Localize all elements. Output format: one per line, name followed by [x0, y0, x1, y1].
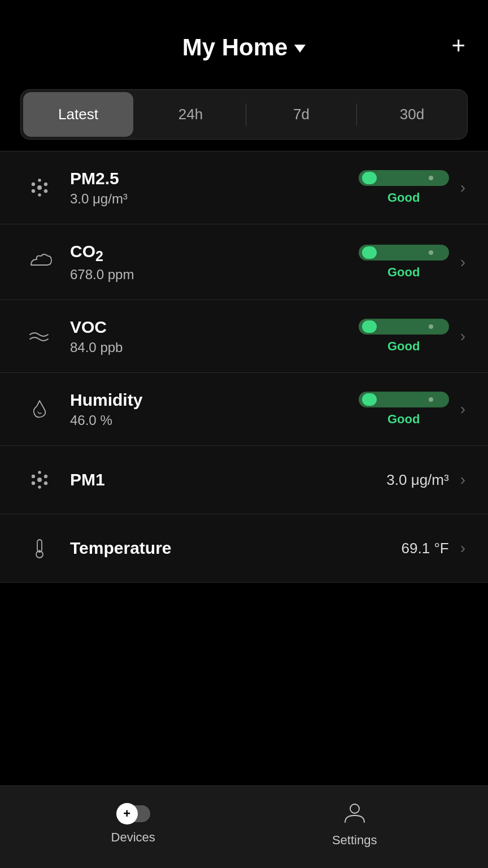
svg-point-10: [32, 482, 35, 485]
voc-chevron-icon: ›: [460, 327, 465, 345]
co2-value: 678.0 ppm: [70, 267, 359, 283]
temperature-value: 69.1 °F: [402, 540, 449, 557]
metric-row-humidity[interactable]: Humidity 46.0 % Good ›: [0, 372, 488, 445]
chevron-down-icon: [294, 45, 306, 53]
voc-info: VOC 84.0 ppb: [70, 317, 359, 355]
humidity-value: 46.0 %: [70, 413, 359, 428]
pm1-chevron-icon: ›: [460, 471, 465, 489]
humidity-quality-bar: [359, 392, 449, 407]
pm25-info: PM2.5 3.0 μg/m³: [70, 168, 359, 207]
devices-icon: +: [116, 803, 150, 824]
voc-value: 84.0 ppb: [70, 340, 359, 355]
devices-label: Devices: [111, 830, 155, 845]
co2-icon: [23, 245, 56, 279]
person-icon: [342, 800, 368, 827]
svg-point-3: [32, 190, 35, 193]
metrics-list: PM2.5 3.0 μg/m³ Good › CO2 678.0 ppm: [0, 151, 488, 583]
temperature-name: Temperature: [70, 538, 402, 558]
co2-status-text: Good: [387, 265, 420, 280]
svg-point-7: [38, 478, 41, 481]
settings-label: Settings: [332, 833, 377, 848]
svg-point-12: [38, 471, 41, 474]
pm1-value: 3.0 μg/m³: [386, 471, 448, 489]
pm25-status-text: Good: [387, 190, 420, 205]
humidity-info: Humidity 46.0 %: [70, 390, 359, 428]
pm25-icon: [23, 171, 56, 205]
voc-icon: [23, 319, 56, 353]
pm25-status: Good: [359, 170, 449, 205]
tab-24h[interactable]: 24h: [136, 92, 246, 137]
voc-quality-bar: [359, 319, 449, 335]
temperature-chevron-icon: ›: [460, 539, 465, 557]
humidity-name: Humidity: [70, 390, 359, 410]
humidity-icon: [23, 392, 56, 426]
humidity-chevron-icon: ›: [460, 400, 465, 418]
svg-point-11: [45, 482, 47, 485]
pm1-name: PM1: [70, 470, 386, 490]
time-range-tabs: Latest 24h 7d 30d: [20, 89, 468, 140]
metric-row-co2[interactable]: CO2 678.0 ppm Good ›: [0, 224, 488, 300]
add-button[interactable]: +: [451, 34, 465, 58]
pm1-info: PM1: [70, 470, 386, 490]
metric-row-pm25[interactable]: PM2.5 3.0 μg/m³ Good ›: [0, 151, 488, 224]
metric-row-voc[interactable]: VOC 84.0 ppb Good ›: [0, 300, 488, 372]
pm25-value: 3.0 μg/m³: [70, 191, 359, 207]
svg-point-6: [38, 194, 41, 196]
co2-quality-bar: [359, 245, 449, 261]
svg-point-17: [350, 804, 359, 813]
voc-status-text: Good: [387, 339, 420, 354]
svg-point-0: [38, 186, 41, 189]
metric-row-temperature[interactable]: Temperature 69.1 °F ›: [0, 514, 488, 583]
humidity-status-text: Good: [387, 412, 420, 427]
pm25-name: PM2.5: [70, 168, 359, 189]
humidity-status: Good: [359, 392, 449, 427]
metric-row-pm1[interactable]: PM1 3.0 μg/m³ ›: [0, 445, 488, 514]
svg-point-5: [38, 179, 41, 181]
svg-point-2: [45, 183, 47, 186]
svg-point-13: [38, 486, 41, 488]
co2-status: Good: [359, 245, 449, 280]
nav-devices[interactable]: + Devices: [111, 803, 155, 845]
tab-latest[interactable]: Latest: [23, 92, 133, 137]
temperature-info: Temperature: [70, 538, 402, 558]
pm25-chevron-icon: ›: [460, 179, 465, 197]
co2-chevron-icon: ›: [460, 253, 465, 271]
tab-30d[interactable]: 30d: [357, 92, 467, 137]
svg-point-1: [32, 183, 35, 186]
svg-point-8: [32, 475, 35, 478]
voc-name: VOC: [70, 317, 359, 337]
pm1-icon: [23, 463, 56, 497]
pm25-quality-bar: [359, 170, 449, 186]
co2-name: CO2: [70, 241, 359, 264]
voc-status: Good: [359, 319, 449, 354]
svg-point-9: [45, 475, 47, 478]
home-title: My Home: [182, 34, 288, 61]
temperature-icon: [23, 531, 56, 565]
svg-point-4: [45, 190, 47, 193]
bottom-navigation: + Devices Settings: [0, 785, 488, 868]
tab-7d[interactable]: 7d: [246, 92, 356, 137]
home-selector[interactable]: My Home: [182, 34, 306, 61]
header: My Home +: [0, 0, 488, 78]
nav-settings[interactable]: Settings: [332, 800, 377, 848]
co2-info: CO2 678.0 ppm: [70, 241, 359, 283]
